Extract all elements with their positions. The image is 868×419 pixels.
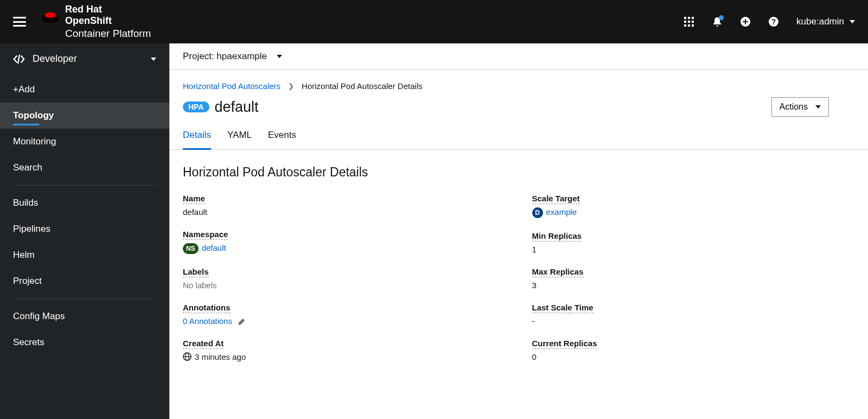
annotations-link[interactable]: 0 Annotations bbox=[183, 316, 232, 326]
nav-list: +Add Topology Monitoring Search Builds P… bbox=[0, 74, 169, 355]
namespace-badge: NS bbox=[183, 243, 199, 254]
nav-divider bbox=[13, 185, 156, 186]
actions-label: Actions bbox=[780, 102, 808, 112]
nav-item-project[interactable]: Project bbox=[0, 268, 169, 294]
field-label-labels: Labels bbox=[183, 267, 209, 277]
details-section: Horizontal Pod Autoscaler Details Name d… bbox=[170, 150, 868, 390]
field-value-last-scale-time: - bbox=[532, 316, 856, 326]
caret-down-icon bbox=[277, 55, 282, 58]
project-selector[interactable]: Project: hpaexample bbox=[170, 43, 868, 70]
breadcrumb-current: Horizontal Pod Autoscaler Details bbox=[302, 81, 423, 91]
field-value-max-replicas: 3 bbox=[532, 281, 856, 290]
caret-down-icon bbox=[815, 105, 821, 109]
help-icon[interactable]: ? bbox=[768, 16, 779, 27]
nav-divider bbox=[13, 299, 156, 299]
resource-badge-hpa: HPA bbox=[183, 101, 209, 112]
svg-rect-7 bbox=[684, 24, 686, 27]
user-name: kube:admin bbox=[796, 16, 844, 27]
project-label: Project: hpaexample bbox=[183, 51, 267, 62]
brand-text: Red Hat OpenShift Container Platform bbox=[65, 4, 151, 39]
details-col-left: Name default Namespace NSdefault Labels … bbox=[183, 194, 506, 374]
field-label-last-scale-time: Last Scale Time bbox=[532, 303, 593, 313]
actions-dropdown[interactable]: Actions bbox=[771, 97, 829, 117]
svg-rect-4 bbox=[684, 21, 686, 23]
import-icon[interactable] bbox=[740, 16, 751, 27]
nav-item-configmaps[interactable]: Config Maps bbox=[0, 303, 169, 329]
svg-rect-6 bbox=[692, 21, 694, 23]
tabs: Details YAML Events bbox=[170, 117, 868, 150]
field-label-created-at: Created At bbox=[183, 339, 224, 349]
tab-events[interactable]: Events bbox=[268, 130, 296, 149]
brand[interactable]: Red Hat OpenShift Container Platform bbox=[41, 4, 151, 39]
nav-item-topology[interactable]: Topology bbox=[0, 103, 169, 129]
page-title: default bbox=[215, 99, 259, 116]
field-label-max-replicas: Max Replicas bbox=[532, 267, 584, 277]
field-value-min-replicas: 1 bbox=[532, 245, 856, 254]
nav-toggle-button[interactable] bbox=[13, 15, 26, 28]
svg-rect-1 bbox=[684, 17, 686, 19]
main-content: Project: hpaexample Horizontal Pod Autos… bbox=[169, 43, 868, 419]
nav-item-helm[interactable]: Helm bbox=[0, 242, 169, 268]
masthead-tools: ? kube:admin bbox=[684, 16, 855, 27]
perspective-label: Developer bbox=[33, 53, 151, 65]
svg-rect-8 bbox=[688, 24, 690, 27]
breadcrumb: Horizontal Pod Autoscalers ❯ Horizontal … bbox=[183, 81, 855, 91]
deployment-badge: D bbox=[532, 207, 543, 218]
field-value-current-replicas: 0 bbox=[532, 352, 856, 361]
content-header: Horizontal Pod Autoscalers ❯ Horizontal … bbox=[170, 70, 868, 117]
masthead: Red Hat OpenShift Container Platform ? k… bbox=[0, 0, 868, 43]
field-value-created-at: 3 minutes ago bbox=[195, 352, 246, 361]
chevron-right-icon: ❯ bbox=[288, 82, 294, 90]
app-launcher-icon[interactable] bbox=[684, 16, 694, 27]
notification-badge bbox=[719, 15, 724, 20]
section-title: Horizontal Pod Autoscaler Details bbox=[183, 165, 855, 180]
field-label-annotations: Annotations bbox=[183, 303, 231, 313]
scale-target-link[interactable]: example bbox=[546, 207, 577, 217]
field-value-labels: No labels bbox=[183, 281, 506, 290]
caret-down-icon bbox=[850, 20, 855, 23]
svg-rect-2 bbox=[688, 17, 690, 19]
details-col-right: Scale Target Dexample Min Replicas 1 Max… bbox=[532, 194, 856, 374]
user-menu[interactable]: kube:admin bbox=[796, 16, 855, 27]
field-label-namespace: Namespace bbox=[183, 230, 228, 240]
nav-item-add[interactable]: +Add bbox=[0, 77, 169, 103]
field-label-scale-target: Scale Target bbox=[532, 194, 580, 204]
field-label-current-replicas: Current Replicas bbox=[532, 339, 597, 349]
sidebar: Developer +Add Topology Monitoring Searc… bbox=[0, 43, 169, 419]
globe-icon bbox=[183, 352, 192, 361]
field-value-name: default bbox=[183, 207, 506, 217]
namespace-link[interactable]: default bbox=[202, 243, 226, 252]
nav-item-secrets[interactable]: Secrets bbox=[0, 329, 169, 355]
svg-rect-5 bbox=[688, 21, 690, 23]
field-label-name: Name bbox=[183, 194, 205, 204]
svg-text:?: ? bbox=[771, 17, 776, 26]
svg-rect-9 bbox=[692, 24, 694, 27]
code-icon bbox=[13, 54, 25, 64]
field-label-min-replicas: Min Replicas bbox=[532, 231, 582, 242]
nav-item-pipelines[interactable]: Pipelines bbox=[0, 216, 169, 242]
redhat-logo-icon bbox=[41, 9, 60, 23]
nav-item-builds[interactable]: Builds bbox=[0, 190, 169, 216]
svg-rect-3 bbox=[692, 17, 694, 19]
tab-yaml[interactable]: YAML bbox=[227, 130, 252, 149]
perspective-switcher[interactable]: Developer bbox=[0, 43, 169, 74]
notifications-icon[interactable] bbox=[712, 16, 723, 27]
breadcrumb-root-link[interactable]: Horizontal Pod Autoscalers bbox=[183, 81, 280, 91]
edit-icon[interactable] bbox=[238, 318, 245, 326]
caret-down-icon bbox=[151, 58, 156, 61]
nav-item-search[interactable]: Search bbox=[0, 155, 169, 181]
tab-details[interactable]: Details bbox=[183, 130, 211, 150]
nav-item-monitoring[interactable]: Monitoring bbox=[0, 129, 169, 155]
